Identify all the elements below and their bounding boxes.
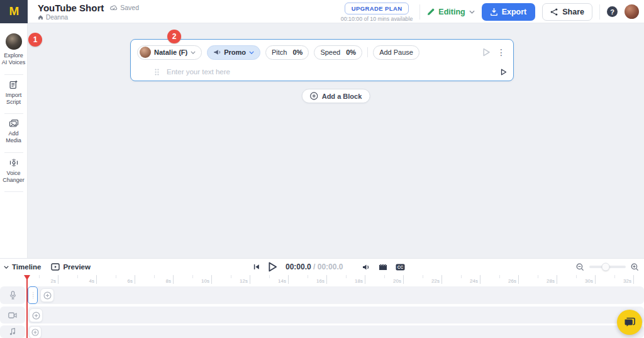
speed-control[interactable]: Speed 0% <box>314 45 362 60</box>
ruler-tick <box>326 275 327 284</box>
ruler-tick-label: 24s <box>455 278 478 284</box>
play-line-icon[interactable] <box>501 69 507 76</box>
chevron-down-icon <box>4 266 9 269</box>
preview-label: Preview <box>63 263 90 271</box>
upgrade-plan-button[interactable]: UPGRADE PLAN <box>345 3 409 14</box>
home-icon <box>38 14 43 20</box>
chat-widget-button[interactable] <box>617 310 642 335</box>
voice-block[interactable]: 2 Natalie (F) Promo Pitch 0% Speed <box>130 39 514 81</box>
breadcrumb-label: Deanna <box>46 14 68 21</box>
left-sidebar: Explore AI Voices Import Script Add Medi… <box>0 23 28 258</box>
plan-area: UPGRADE PLAN 00:10:00 of 10 mins availab… <box>341 1 413 22</box>
add-voice-clip-button[interactable] <box>40 288 54 302</box>
voice-track-lane[interactable] <box>28 286 644 304</box>
ruler-tick <box>288 275 289 284</box>
sidebar-item-import-script[interactable]: Import Script <box>0 77 27 111</box>
step-badge-2: 2 <box>167 30 181 43</box>
voice-thumbnail <box>140 47 151 58</box>
video-camera-icon <box>8 312 17 318</box>
add-block-button[interactable]: Add a Block <box>302 89 370 103</box>
chevron-down-icon <box>191 51 196 54</box>
ruler-tick <box>480 275 480 284</box>
media-track-lane[interactable] <box>28 307 644 324</box>
zoom-slider[interactable] <box>589 266 626 268</box>
music-track-header <box>0 325 25 338</box>
ruler-tick-label: 4s <box>72 278 94 284</box>
divider <box>4 191 23 192</box>
user-avatar[interactable] <box>625 4 639 19</box>
mode-dropdown[interactable]: Editing <box>427 8 474 16</box>
ruler-tick <box>173 275 174 284</box>
breadcrumb[interactable]: Deanna <box>38 14 139 21</box>
sidebar-item-add-media[interactable]: Add Media <box>0 116 27 150</box>
ruler-tick-label: 2s <box>33 278 56 284</box>
ruler-tick-label: 30s <box>570 278 593 284</box>
voice-clip[interactable]: ⋮⋮ <box>28 286 38 304</box>
ruler-tick-label: 22s <box>417 278 440 284</box>
captions-icon[interactable]: CC <box>396 264 405 271</box>
style-label: Promo <box>224 48 246 56</box>
music-track-lane[interactable] <box>28 325 644 338</box>
ruler-tick <box>403 275 404 284</box>
zoom-slider-knob[interactable] <box>602 263 610 271</box>
voice-selector[interactable]: Natalie (F) <box>137 45 202 60</box>
export-button[interactable]: Export <box>482 3 536 21</box>
sidebar-item-label: Voice Changer <box>1 170 26 184</box>
mode-label: Editing <box>438 8 465 16</box>
text-input[interactable]: Enter your text here <box>167 68 501 76</box>
preview-button[interactable]: Preview <box>51 263 90 271</box>
plus-circle-icon <box>32 312 40 320</box>
ruler-tick-label: 6s <box>110 278 133 284</box>
chevron-down-icon <box>469 10 475 14</box>
sidebar-item-explore-ai-voices[interactable]: Explore AI Voices <box>0 31 27 72</box>
ruler-tick-label: 20s <box>379 278 401 284</box>
play-block-icon[interactable] <box>482 48 491 57</box>
zoom-out-icon[interactable] <box>576 263 584 271</box>
add-media-icon <box>9 119 19 128</box>
download-icon <box>491 8 497 16</box>
plus-circle-icon <box>31 329 39 336</box>
divider <box>419 4 420 20</box>
ruler-tick <box>595 275 596 284</box>
plus-circle-icon <box>310 92 318 100</box>
time-display: 00:00.0 / 00:00.0 <box>286 262 343 271</box>
app-logo[interactable]: M <box>0 0 28 23</box>
add-music-clip-button[interactable] <box>29 326 42 338</box>
ruler-tick-label: 10s <box>187 278 209 284</box>
zoom-in-icon[interactable] <box>631 263 639 271</box>
voice-name: Natalie (F) <box>154 48 187 56</box>
svg-text:CC: CC <box>397 265 404 269</box>
timeline-toggle[interactable]: Timeline <box>4 263 41 271</box>
ruler-tick <box>518 275 519 284</box>
drag-handle-icon[interactable] <box>155 69 159 76</box>
import-script-icon <box>9 80 18 89</box>
divider <box>4 152 23 153</box>
timeline-tracks: ⋮⋮ <box>0 286 644 338</box>
volume-icon[interactable] <box>362 264 370 271</box>
style-selector[interactable]: Promo <box>207 45 260 60</box>
timeline-ruler[interactable]: 2s4s6s8s10s12s14s16s18s20s22s24s26s28s30… <box>0 275 644 286</box>
timeline-toolbar: Timeline Preview 00:00.0 / 00:00.0 CC <box>0 258 644 275</box>
share-button[interactable]: Share <box>542 3 592 21</box>
block-menu-icon[interactable]: ⋮ <box>496 48 507 57</box>
saved-status: Saved <box>110 4 139 11</box>
pitch-control[interactable]: Pitch 0% <box>265 45 309 60</box>
project-title[interactable]: YouTube Short <box>38 3 104 13</box>
cloud-icon <box>110 5 118 11</box>
speed-label: Speed <box>320 48 340 56</box>
playhead-marker[interactable] <box>24 275 30 280</box>
ruler-tick-label: 16s <box>302 278 325 284</box>
playhead[interactable] <box>26 275 28 338</box>
chevron-down-icon <box>249 51 254 54</box>
media-track-header <box>0 307 25 324</box>
add-media-clip-button[interactable] <box>29 308 43 322</box>
play-icon[interactable] <box>268 262 277 272</box>
zoom-controls <box>576 263 639 271</box>
scenes-icon[interactable] <box>379 264 387 271</box>
sidebar-item-voice-changer[interactable]: Voice Changer <box>0 155 27 189</box>
add-pause-button[interactable]: Add Pause <box>373 45 419 60</box>
help-button[interactable]: ? <box>607 6 618 17</box>
plus-circle-icon <box>43 291 52 300</box>
text-row: Enter your text here <box>137 65 507 78</box>
skip-to-start-icon[interactable] <box>253 264 260 270</box>
